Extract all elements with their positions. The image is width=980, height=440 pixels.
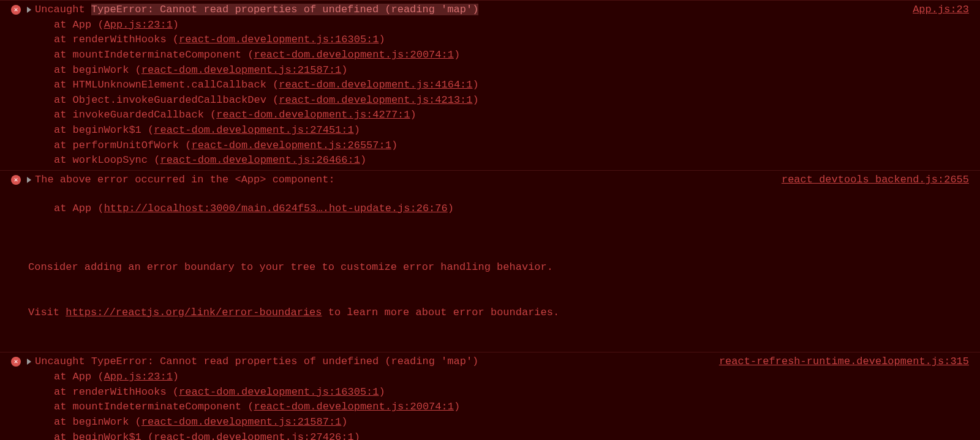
stack-frame: at App (App.js:23:1) [54,18,980,33]
error-hint: Consider adding an error boundary to you… [0,229,980,350]
stack-link[interactable]: react-dom.development.js:21587:1 [141,64,341,76]
stack-frame: at beginWork (react-dom.development.js:2… [54,415,980,430]
stack-frame: at workLoopSync (react-dom.development.j… [54,153,980,168]
entry-header: Uncaught TypeError: Cannot read properti… [0,354,980,370]
stack-link[interactable]: react-dom.development.js:16305:1 [179,34,379,45]
stack-frame: at invokeGuardedCallback (react-dom.deve… [54,108,980,123]
stack-link[interactable]: react-dom.development.js:21587:1 [141,416,341,428]
stack-link[interactable]: react-dom.development.js:26466:1 [160,154,360,166]
stack-link[interactable]: App.js:23:1 [104,19,173,31]
stack-link[interactable]: react-dom.development.js:4164:1 [279,79,472,91]
source-link[interactable]: react-refresh-runtime.development.js:315 [719,354,980,370]
stack-frame: at beginWork$1 (react-dom.development.js… [54,430,980,440]
stack-frame: at App (App.js:23:1) [54,370,980,385]
stack-trace: at App (http://localhost:3000/main.d624f… [0,201,980,217]
entry-header: Uncaught TypeError: Cannot read properti… [0,2,980,18]
source-link[interactable]: App.js:23 [913,2,980,18]
message-row: The above error occurred in the <App> co… [35,173,980,188]
stack-frame: at beginWork (react-dom.development.js:2… [54,63,980,78]
stack-link[interactable]: react-dom.development.js:26557:1 [191,140,391,151]
stack-link[interactable]: react-dom.development.js:4277:1 [216,109,410,121]
stack-link[interactable]: http://localhost:3000/main.d624f53….hot-… [104,203,448,214]
stack-frame: at performUnitOfWork (react-dom.developm… [54,138,980,154]
docs-link[interactable]: https://reactjs.org/link/error-boundarie… [66,307,322,318]
stack-frame: at renderWithHooks (react-dom.developmen… [54,32,980,48]
console-error-entry: The above error occurred in the <App> co… [0,170,980,352]
error-message: The above error occurred in the <App> co… [35,173,763,188]
error-icon [11,357,21,367]
console-error-entry: Uncaught TypeError: Cannot read properti… [0,0,980,170]
message-row: Uncaught TypeError: Cannot read properti… [35,2,980,18]
error-icon [11,5,21,15]
expand-arrow-icon[interactable] [27,7,31,13]
stack-trace: at App (App.js:23:1) at renderWithHooks … [0,370,980,440]
stack-frame: at Object.invokeGuardedCallbackDev (reac… [54,93,980,108]
source-link[interactable]: react_devtools_backend.js:2655 [782,173,980,188]
console-error-entry: Uncaught TypeError: Cannot read properti… [0,352,980,440]
expand-arrow-icon[interactable] [27,359,31,365]
stack-link[interactable]: react-dom.development.js:20074:1 [254,401,453,412]
error-message: Uncaught TypeError: Cannot read properti… [35,2,894,18]
stack-frame: at renderWithHooks (react-dom.developmen… [54,385,980,400]
hint-line: Visit https://reactjs.org/link/error-bou… [28,305,980,321]
hint-line: Consider adding an error boundary to you… [28,260,980,275]
stack-frame: at beginWork$1 (react-dom.development.js… [54,123,980,138]
stack-link[interactable]: App.js:23:1 [104,371,173,382]
stack-frame: at mountIndeterminateComponent (react-do… [54,400,980,415]
stack-frame: at App (http://localhost:3000/main.d624f… [54,201,980,217]
expand-arrow-icon[interactable] [27,177,31,183]
message-row: Uncaught TypeError: Cannot read properti… [35,354,980,370]
stack-link[interactable]: react-dom.development.js:27426:1 [154,431,353,440]
error-highlighted-text: TypeError: Cannot read properties of und… [91,4,479,15]
stack-trace: at App (App.js:23:1) at renderWithHooks … [0,18,980,168]
stack-link[interactable]: react-dom.development.js:16305:1 [179,386,379,398]
stack-link[interactable]: react-dom.development.js:20074:1 [254,49,453,61]
error-prefix: Uncaught [35,4,91,15]
entry-header: The above error occurred in the <App> co… [0,173,980,188]
stack-frame: at HTMLUnknownElement.callCallback (reac… [54,78,980,93]
stack-frame: at mountIndeterminateComponent (react-do… [54,48,980,63]
stack-link[interactable]: react-dom.development.js:27451:1 [154,124,353,136]
stack-link[interactable]: react-dom.development.js:4213:1 [279,94,472,106]
error-message: Uncaught TypeError: Cannot read properti… [35,354,701,370]
error-icon [11,175,21,185]
